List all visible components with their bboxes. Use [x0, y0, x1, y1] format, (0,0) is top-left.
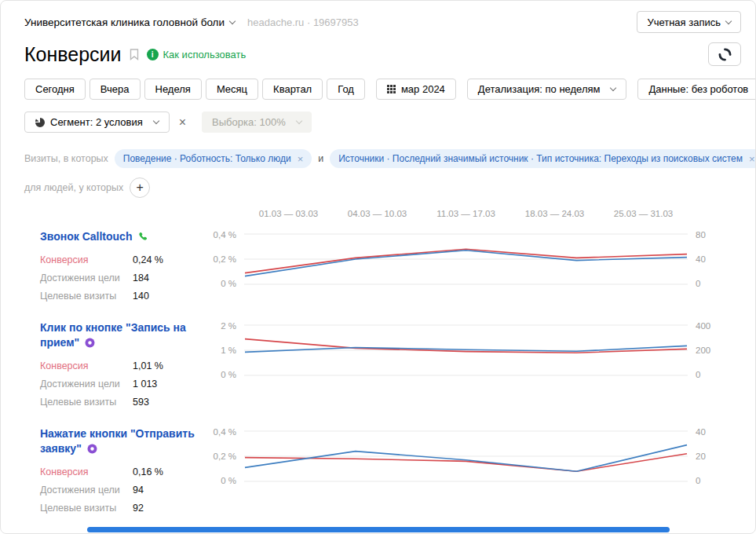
goal-reaches-label: Достижения цели — [40, 377, 133, 391]
remove-condition-icon[interactable]: × — [749, 154, 755, 164]
goal-info: Нажатие кнопки "Отправить заявку" Конвер… — [40, 426, 205, 515]
axis-tick: 0 % — [221, 370, 236, 379]
goal-reaches-value: 184 — [133, 271, 149, 285]
goal-name-label: Звонок Calltouch — [40, 230, 132, 243]
date-range-label: 04.03 — 10.03 — [333, 209, 422, 218]
chevron-down-icon — [153, 118, 159, 124]
metrica-logo-icon — [718, 48, 732, 61]
account-button[interactable]: Учетная запись — [637, 11, 741, 33]
axis-tick: 0,2 % — [214, 452, 236, 461]
goal-block-calltouch: Звонок Calltouch Конверсия0,24 % Достиже… — [1, 229, 755, 303]
left-axis: 0,4 % 0,2 % 0 % — [205, 233, 244, 285]
counter-info: headache.ru · 19697953 — [247, 16, 359, 28]
right-axis: 80 40 0 — [688, 233, 727, 285]
right-axis: 400 200 0 — [688, 324, 727, 376]
goal-chart-booking-click[interactable] — [244, 324, 688, 376]
counter-name: Университетская клиника головной боли — [24, 16, 225, 28]
metrica-widget-button[interactable] — [708, 42, 741, 66]
chevron-down-icon — [295, 118, 301, 124]
period-today-button[interactable]: Сегодня — [24, 79, 86, 100]
goal-block-booking-click: Клик по кнопке "Запись на прием" Конверс… — [1, 320, 755, 409]
and-connector: и — [318, 153, 323, 164]
axis-tick: 0,4 % — [214, 230, 236, 240]
axis-tick: 200 — [696, 346, 710, 355]
goal-name-link[interactable]: Нажатие кнопки "Отправить заявку" — [40, 426, 197, 456]
goal-name-link[interactable]: Клик по кнопке "Запись на прием" — [40, 320, 197, 350]
visits-conditions-line: Визиты, в которых Поведение · Роботность… — [24, 148, 732, 169]
goal-visits-value: 140 — [133, 289, 149, 303]
conversion-label: Конверсия — [40, 359, 133, 373]
segment-icon — [35, 118, 45, 127]
conversion-value: 0,16 % — [133, 465, 163, 479]
calendar-label: мар 2024 — [401, 83, 445, 95]
period-toolbar: Сегодня Вчера Неделя Месяц Квартал Год м… — [1, 79, 755, 100]
page-title: Конверсии — [24, 43, 122, 66]
period-yesterday-button[interactable]: Вчера — [89, 79, 141, 100]
info-icon: i — [147, 49, 159, 60]
conversion-value: 0,24 % — [133, 253, 163, 267]
data-mode-select[interactable]: Данные: без роботов — [637, 79, 756, 100]
people-conditions-label: для людей, у которых — [24, 182, 123, 193]
axis-tick: 0 % — [221, 476, 236, 485]
goal-chart-calltouch[interactable] — [244, 233, 688, 285]
bookmark-icon[interactable] — [130, 49, 139, 60]
goal-info: Звонок Calltouch Конверсия0,24 % Достиже… — [40, 229, 205, 303]
sampling-select[interactable]: Выборка: 100% — [202, 112, 312, 133]
segment-row: Сегмент: 2 условия × Выборка: 100% — [1, 112, 755, 133]
goal-name-label: Нажатие кнопки "Отправить заявку" — [40, 427, 195, 455]
period-quarter-button[interactable]: Квартал — [262, 79, 323, 100]
axis-tick: 0 % — [221, 279, 236, 288]
goal-visits-label: Целевые визиты — [40, 501, 133, 515]
goal-name-link[interactable]: Звонок Calltouch — [40, 229, 197, 244]
condition-chip-label: Источники · Последний значимый источник … — [338, 153, 743, 164]
how-to-use-label: Как использовать — [163, 49, 247, 60]
goal-visits-value: 92 — [133, 501, 144, 515]
goal-reaches-label: Достижения цели — [40, 271, 133, 285]
period-year-button[interactable]: Год — [327, 79, 365, 100]
goal-info: Клик по кнопке "Запись на прием" Конверс… — [40, 320, 205, 409]
segment-conditions: Визиты, в которых Поведение · Роботность… — [1, 148, 755, 198]
calendar-button[interactable]: мар 2024 — [376, 79, 456, 100]
goal-visits-value: 593 — [133, 395, 149, 409]
goal-name-label: Клик по кнопке "Запись на прием" — [40, 321, 186, 349]
segment-clear-button[interactable]: × — [174, 116, 191, 129]
conversion-label: Конверсия — [40, 253, 133, 267]
period-week-button[interactable]: Неделя — [144, 79, 202, 100]
axis-tick: 2 % — [221, 321, 236, 331]
goal-metrics: Конверсия0,24 % Достижения цели184 Целев… — [40, 253, 197, 303]
date-range-label: 18.03 — 24.03 — [510, 209, 599, 218]
goal-reaches-value: 94 — [133, 483, 144, 497]
axis-tick: 0,4 % — [214, 427, 236, 437]
visits-conditions-label: Визиты, в которых — [24, 153, 108, 164]
goal-visits-label: Целевые визиты — [40, 289, 133, 303]
account-button-label: Учетная запись — [647, 16, 721, 28]
date-range-label: 25.03 — 31.03 — [599, 209, 688, 218]
condition-chip-source[interactable]: Источники · Последний значимый источник … — [330, 149, 756, 168]
segment-label: Сегмент: 2 условия — [50, 116, 143, 128]
period-month-button[interactable]: Месяц — [206, 79, 258, 100]
axis-tick: 40 — [696, 254, 706, 264]
detalization-select[interactable]: Детализация: по неделям — [467, 79, 627, 100]
goal-chart-submit-click[interactable] — [244, 430, 688, 482]
date-range-label: 01.03 — 03.03 — [244, 209, 333, 218]
counter-selector[interactable]: Университетская клиника головной боли — [24, 16, 235, 28]
remove-condition-icon[interactable]: × — [298, 154, 304, 164]
goal-type-icon — [85, 338, 95, 348]
period-button-group: Сегодня Вчера Неделя Месяц Квартал Год — [24, 79, 365, 100]
axis-tick: 40 — [696, 427, 706, 437]
top-bar: Университетская клиника головной боли he… — [1, 1, 755, 33]
goal-reaches-label: Достижения цели — [40, 483, 133, 497]
how-to-use-link[interactable]: i Как использовать — [147, 49, 247, 60]
axis-tick: 1 % — [221, 346, 236, 355]
calendar-grid-icon — [387, 85, 396, 93]
data-mode-label: Данные: без роботов — [648, 83, 748, 95]
segment-button[interactable]: Сегмент: 2 условия — [24, 112, 170, 133]
phone-icon — [137, 232, 148, 242]
condition-chip-robots[interactable]: Поведение · Роботность: Только люди × — [115, 149, 312, 168]
axis-tick: 400 — [696, 321, 710, 331]
goal-reaches-value: 1 013 — [133, 377, 157, 391]
add-people-condition-button[interactable]: + — [130, 177, 150, 198]
bottom-accent-bar — [87, 527, 670, 532]
metrica-conversions-page: Университетская клиника головной боли he… — [0, 0, 756, 534]
goal-metrics: Конверсия1,01 % Достижения цели1 013 Цел… — [40, 359, 197, 409]
